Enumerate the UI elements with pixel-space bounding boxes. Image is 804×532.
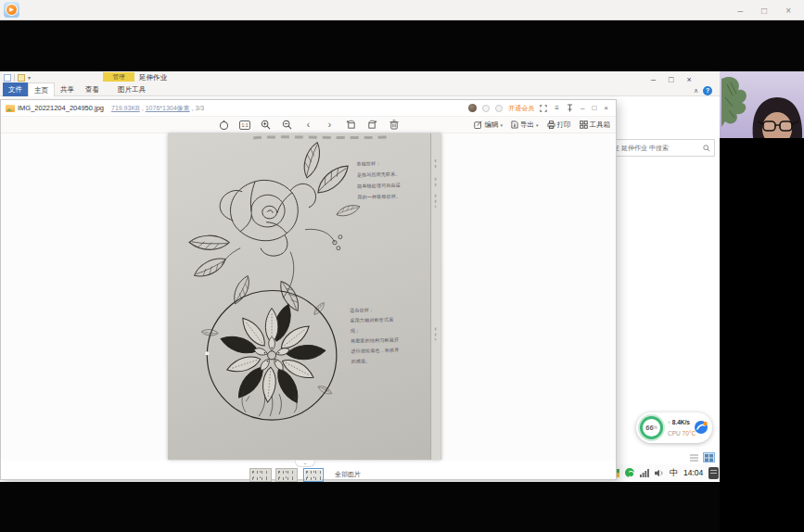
image-viewer-window: IMG_20221204_204950.jpg 719.93KB , 1076*…: [0, 99, 617, 480]
minimize-button[interactable]: –: [738, 6, 744, 16]
mandala-drawing: [201, 291, 337, 421]
previous-image-button[interactable]: ‹: [302, 119, 314, 131]
boost-icon[interactable]: [694, 420, 708, 435]
thumbnail-strip-collapse-handle[interactable]: ⌄: [295, 461, 315, 467]
close-button[interactable]: ×: [604, 104, 608, 112]
rose-drawing: [188, 141, 360, 313]
explorer-window-title: 延伸作业: [139, 73, 167, 82]
thumbnail-1[interactable]: [249, 468, 272, 482]
edit-button[interactable]: 编辑▾: [474, 120, 503, 130]
actual-size-button[interactable]: 1:1: [239, 120, 250, 130]
glasses-right-lens: [780, 121, 792, 131]
player-window: ▶ – □ × ▾ 管理 延伸作业 – □ × ∧: [0, 0, 804, 532]
zoom-out-icon[interactable]: [281, 119, 293, 131]
cpu-label: CPU: [668, 430, 681, 437]
cpu-percent: 66: [645, 424, 653, 432]
quick-access-icon[interactable]: [4, 74, 11, 82]
meta-separator: ,: [142, 105, 144, 111]
player-app-icon[interactable]: ▶: [4, 2, 19, 18]
toolbox-button[interactable]: 工具箱: [580, 120, 611, 130]
viewer-actions: 编辑▾ 导出▾ 打印 工具箱: [474, 120, 610, 130]
pin-icon[interactable]: [567, 104, 573, 112]
vip-badge-icon: [482, 105, 490, 112]
quick-access-icon[interactable]: [18, 74, 25, 82]
file-size-link[interactable]: 719.93KB: [111, 105, 140, 111]
details-view-button[interactable]: [688, 452, 700, 462]
chevron-down-icon: ▾: [500, 122, 503, 128]
volume-icon[interactable]: [655, 469, 664, 477]
close-button[interactable]: ×: [686, 75, 691, 84]
thumbnail-strip: 全部图片: [1, 467, 618, 482]
maximize-button[interactable]: □: [592, 104, 596, 112]
ime-indicator[interactable]: 中: [670, 467, 678, 479]
search-icon: [703, 145, 710, 152]
cropped-header-handwriting: [253, 137, 389, 138]
upload-arrow-icon: ↑: [668, 420, 670, 425]
close-button[interactable]: ×: [785, 6, 791, 16]
tray-green-app-icon[interactable]: [625, 468, 634, 477]
view-toggle-group: [688, 452, 715, 462]
rotate-right-icon[interactable]: [366, 119, 378, 131]
all-pictures-label[interactable]: 全部图片: [335, 470, 361, 479]
viewer-titlebar: IMG_20221204_204950.jpg 719.93KB , 1076*…: [1, 100, 616, 117]
tab-share[interactable]: 共享: [55, 82, 80, 96]
tab-view[interactable]: 查看: [80, 82, 105, 96]
image-index: 3/3: [196, 105, 205, 111]
clock[interactable]: 14:04: [683, 468, 703, 477]
ribbon-help-row: ∧ ?: [694, 86, 712, 95]
open-membership-link[interactable]: 开通会员: [508, 104, 534, 113]
thumbnail-view-button[interactable]: [703, 452, 715, 462]
vip-badge-icon: [495, 105, 503, 112]
maximize-button[interactable]: □: [761, 6, 767, 16]
tab-file[interactable]: 文件: [3, 82, 28, 96]
minimize-button[interactable]: –: [581, 104, 584, 112]
image-file-icon: [6, 105, 15, 112]
avatar[interactable]: [468, 104, 477, 112]
zoom-in-icon[interactable]: [260, 119, 272, 131]
print-button[interactable]: 打印: [547, 120, 571, 130]
meta-separator: ,: [192, 105, 194, 111]
viewer-toolbar: 1:1 ‹ ›: [1, 117, 616, 133]
thumbnail-2[interactable]: [275, 468, 298, 482]
viewer-filename: IMG_20221204_204950.jpg: [18, 104, 104, 112]
help-icon[interactable]: ?: [703, 86, 712, 95]
minimize-button[interactable]: –: [651, 75, 656, 84]
next-image-button[interactable]: ›: [324, 119, 336, 131]
viewer-tools: 1:1 ‹ ›: [218, 119, 400, 131]
dimensions-link[interactable]: 1076*1304像素: [146, 104, 190, 113]
thumbnail-3-selected[interactable]: [303, 468, 324, 482]
rotate-left-icon[interactable]: [345, 119, 357, 131]
menu-icon[interactable]: ≡: [555, 104, 559, 112]
tab-home[interactable]: 主页: [28, 82, 55, 96]
photo-of-artwork[interactable]: 单独纹样： 是指与四周无联系、 能单独处理与自由运 用的一种装饰纹样。 适合纹样…: [168, 133, 441, 460]
maximize-button[interactable]: □: [669, 75, 673, 84]
handwritten-note-standalone-pattern: 单独纹样： 是指与四周无联系、 能单独处理与自由运 用的一种装饰纹样。: [356, 157, 402, 202]
viewer-canvas[interactable]: 单独纹样： 是指与四周无联系、 能单独处理与自由运 用的一种装饰纹样。 适合纹样…: [1, 133, 616, 461]
network-icon[interactable]: [640, 469, 649, 477]
screen-share-area: ▾ 管理 延伸作业 – □ × ∧ ? 文件 主页 共享 查看 图片工具: [0, 71, 720, 482]
explorer-ribbon: ▾ 管理 延伸作业 – □ × ∧ ? 文件 主页 共享 查看 图片工具: [0, 71, 720, 96]
cpu-usage-ring: 66%: [640, 416, 663, 439]
export-button[interactable]: 导出▾: [511, 120, 539, 130]
hand-tool-icon[interactable]: [218, 119, 230, 131]
delete-icon[interactable]: [388, 119, 400, 131]
tab-picture-tools[interactable]: 图片工具: [112, 82, 151, 96]
contextual-tab-header: 管理: [103, 72, 134, 82]
notification-icon[interactable]: [708, 467, 719, 479]
explorer-window-controls: – □ ×: [651, 75, 716, 84]
system-tray: 中 14:04: [608, 464, 720, 481]
printer-icon: [547, 120, 555, 129]
collapse-ribbon-icon[interactable]: ∧: [694, 87, 698, 95]
search-input[interactable]: [610, 145, 703, 151]
chevron-down-icon[interactable]: ▾: [28, 74, 31, 82]
viewer-titlebar-right: 开通会员 ≡ – □ ×: [468, 104, 616, 113]
explorer-search-box[interactable]: [609, 139, 715, 157]
cpu-percent-sign: %: [654, 425, 657, 430]
export-icon: [511, 120, 518, 129]
fullscreen-icon[interactable]: [540, 105, 547, 112]
explorer-quick-access-toolbar[interactable]: ▾: [4, 73, 31, 82]
webcam-feed[interactable]: [720, 71, 804, 532]
cpu-monitor-widget[interactable]: 66% ↑ 8.4K/s CPU 70°C: [636, 412, 712, 443]
grid-icon: [580, 120, 588, 129]
cpu-widget-stats: ↑ 8.4K/s CPU 70°C: [668, 417, 696, 438]
